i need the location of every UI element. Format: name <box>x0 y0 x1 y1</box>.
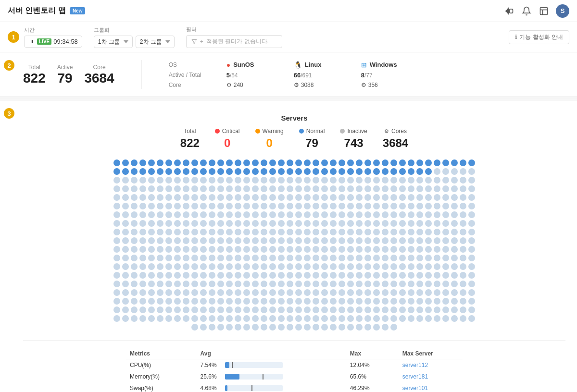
server-dot[interactable] <box>364 185 371 192</box>
server-dot[interactable] <box>287 211 293 218</box>
server-dot[interactable] <box>382 298 389 305</box>
server-dot[interactable] <box>339 246 345 253</box>
server-dot[interactable] <box>330 272 337 279</box>
server-dot[interactable] <box>243 306 250 313</box>
server-dot[interactable] <box>468 315 475 322</box>
server-dot[interactable] <box>442 177 449 184</box>
server-dot[interactable] <box>356 159 363 166</box>
server-dot[interactable] <box>460 272 466 279</box>
server-dot[interactable] <box>373 177 380 184</box>
server-dot[interactable] <box>399 272 406 279</box>
server-dot[interactable] <box>226 185 233 192</box>
server-dot[interactable] <box>313 306 319 313</box>
server-dot[interactable] <box>217 159 224 166</box>
server-dot[interactable] <box>330 281 337 287</box>
server-dot[interactable] <box>356 220 363 227</box>
server-dot[interactable] <box>139 315 146 322</box>
server-dot[interactable] <box>347 246 354 253</box>
server-dot[interactable] <box>157 281 163 287</box>
server-dot[interactable] <box>235 229 241 235</box>
server-dot[interactable] <box>165 220 172 227</box>
server-dot[interactable] <box>131 306 138 313</box>
feature-guide-button[interactable]: ℹ 기능 활성화 안내 <box>509 30 569 44</box>
server-dot[interactable] <box>364 306 371 313</box>
server-dot[interactable] <box>269 298 276 305</box>
server-dot[interactable] <box>304 289 311 296</box>
server-dot[interactable] <box>226 306 233 313</box>
server-dot[interactable] <box>243 177 250 184</box>
server-dot[interactable] <box>217 194 224 201</box>
server-dot[interactable] <box>174 211 181 218</box>
server-dot[interactable] <box>183 289 189 296</box>
server-dot[interactable] <box>252 289 259 296</box>
server-dot[interactable] <box>200 237 207 244</box>
server-dot[interactable] <box>278 255 285 261</box>
server-dot[interactable] <box>287 203 293 209</box>
server-dot[interactable] <box>269 229 276 235</box>
server-dot[interactable] <box>434 255 440 261</box>
server-dot[interactable] <box>148 315 155 322</box>
server-dot[interactable] <box>191 159 198 166</box>
server-dot[interactable] <box>434 263 440 270</box>
server-dot[interactable] <box>468 185 475 192</box>
server-dot[interactable] <box>295 272 302 279</box>
server-dot[interactable] <box>347 324 354 331</box>
server-dot[interactable] <box>347 220 354 227</box>
server-dot[interactable] <box>339 324 345 331</box>
server-dot[interactable] <box>217 229 224 235</box>
server-dot[interactable] <box>261 324 267 331</box>
server-dot[interactable] <box>157 255 163 261</box>
server-dot[interactable] <box>373 324 380 331</box>
server-dot[interactable] <box>165 289 172 296</box>
server-dot[interactable] <box>347 203 354 209</box>
server-dot[interactable] <box>434 315 440 322</box>
server-dot[interactable] <box>416 237 423 244</box>
server-dot[interactable] <box>364 203 371 209</box>
server-dot[interactable] <box>339 203 345 209</box>
server-dot[interactable] <box>191 220 198 227</box>
server-dot[interactable] <box>451 220 458 227</box>
server-dot[interactable] <box>442 159 449 166</box>
server-dot[interactable] <box>235 194 241 201</box>
server-dot[interactable] <box>148 246 155 253</box>
server-dot[interactable] <box>252 194 259 201</box>
server-dot[interactable] <box>131 177 138 184</box>
server-dot[interactable] <box>416 289 423 296</box>
server-dot[interactable] <box>148 255 155 261</box>
server-dot[interactable] <box>131 298 138 305</box>
server-dot[interactable] <box>235 272 241 279</box>
server-dot[interactable] <box>468 220 475 227</box>
server-dot[interactable] <box>425 281 432 287</box>
server-dot[interactable] <box>148 306 155 313</box>
server-dot[interactable] <box>122 203 129 209</box>
server-dot[interactable] <box>460 237 466 244</box>
server-dot[interactable] <box>183 306 189 313</box>
server-dot[interactable] <box>373 220 380 227</box>
server-dot[interactable] <box>390 229 397 235</box>
server-dot[interactable] <box>183 246 189 253</box>
server-dot[interactable] <box>434 298 440 305</box>
server-dot[interactable] <box>356 177 363 184</box>
server-dot[interactable] <box>330 263 337 270</box>
server-dot[interactable] <box>217 324 224 331</box>
server-dot[interactable] <box>191 289 198 296</box>
server-dot[interactable] <box>390 263 397 270</box>
server-dot[interactable] <box>157 177 163 184</box>
server-dot[interactable] <box>174 159 181 166</box>
server-dot[interactable] <box>157 229 163 235</box>
server-dot[interactable] <box>261 281 267 287</box>
server-dot[interactable] <box>425 263 432 270</box>
server-dot[interactable] <box>217 168 224 175</box>
server-dot[interactable] <box>183 281 189 287</box>
server-dot[interactable] <box>399 185 406 192</box>
server-dot[interactable] <box>139 203 146 209</box>
server-dot[interactable] <box>416 177 423 184</box>
server-dot[interactable] <box>408 185 414 192</box>
server-dot[interactable] <box>339 306 345 313</box>
server-dot[interactable] <box>235 168 241 175</box>
window-icon[interactable] <box>539 6 549 16</box>
server-dot[interactable] <box>382 255 389 261</box>
server-dot[interactable] <box>382 211 389 218</box>
server-dot[interactable] <box>113 237 120 244</box>
server-dot[interactable] <box>468 159 475 166</box>
